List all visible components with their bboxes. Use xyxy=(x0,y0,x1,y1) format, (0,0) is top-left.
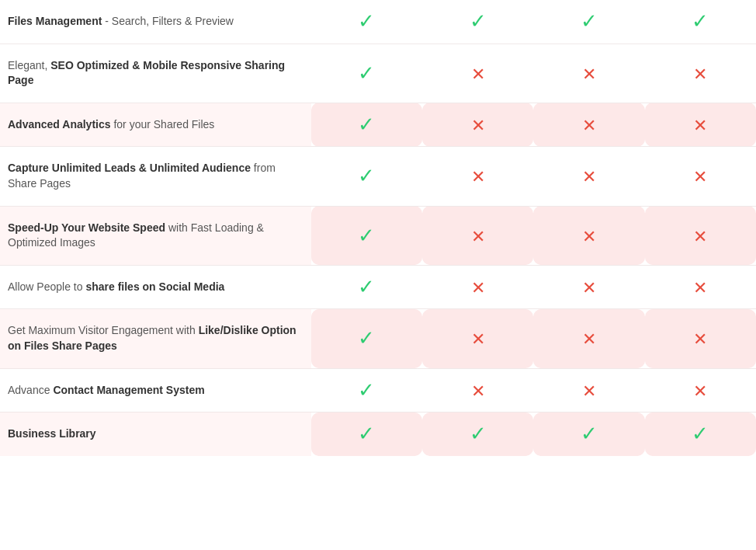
feature-cell-1: Elegant, SEO Optimized & Mobile Responsi… xyxy=(0,44,311,103)
feature-cell-4: Speed-Up Your Website Speed with Fast Lo… xyxy=(0,206,311,265)
cross-icon: ✕ xyxy=(471,329,485,349)
cross-icon: ✕ xyxy=(693,227,707,246)
checkmark-icon: ✓ xyxy=(358,275,375,298)
checkmark-icon: ✓ xyxy=(358,61,375,85)
cross-icon: ✕ xyxy=(693,167,707,186)
cross-icon: ✕ xyxy=(693,381,707,401)
cross-icon: ✕ xyxy=(582,329,596,349)
checkmark-icon: ✓ xyxy=(692,422,709,445)
icon-cell-row2-col3: ✕ xyxy=(645,103,756,147)
checkmark-icon: ✓ xyxy=(358,378,375,402)
checkmark-icon: ✓ xyxy=(692,9,709,33)
icon-cell-row4-col3: ✕ xyxy=(645,206,756,265)
cross-icon: ✕ xyxy=(582,64,596,84)
checkmark-icon: ✓ xyxy=(470,422,487,445)
icon-cell-row4-col2: ✕ xyxy=(533,206,644,265)
icon-cell-row2-col1: ✕ xyxy=(422,103,533,147)
icon-cell-row5-col1: ✕ xyxy=(422,265,533,309)
cross-icon: ✕ xyxy=(693,64,707,84)
cross-icon: ✕ xyxy=(693,329,707,349)
feature-cell-5: Allow People to share files on Social Me… xyxy=(0,265,311,309)
cross-icon: ✕ xyxy=(582,278,596,298)
icon-cell-row8-col0: ✓ xyxy=(311,412,422,456)
cross-icon: ✕ xyxy=(471,227,485,246)
icon-cell-row3-col0: ✓ xyxy=(311,147,422,206)
icon-cell-row2-col0: ✓ xyxy=(311,103,422,147)
icon-cell-row8-col3: ✓ xyxy=(645,412,756,456)
icon-cell-row8-col1: ✓ xyxy=(422,412,533,456)
icon-cell-row0-col2: ✓ xyxy=(533,0,644,44)
icon-cell-row7-col1: ✕ xyxy=(422,368,533,412)
feature-cell-6: Get Maximum Visitor Engagement with Like… xyxy=(0,309,311,368)
icon-cell-row0-col1: ✓ xyxy=(422,0,533,44)
icon-cell-row7-col0: ✓ xyxy=(311,368,422,412)
icon-cell-row1-col1: ✕ xyxy=(422,44,533,103)
icon-cell-row6-col3: ✕ xyxy=(645,309,756,368)
icon-cell-row6-col1: ✕ xyxy=(422,309,533,368)
comparison-table: Files Management - Search, Filters & Pre… xyxy=(0,0,756,456)
icon-cell-row0-col3: ✓ xyxy=(645,0,756,44)
icon-cell-row1-col0: ✓ xyxy=(311,44,422,103)
cross-icon: ✕ xyxy=(582,381,596,401)
checkmark-icon: ✓ xyxy=(358,326,375,350)
cross-icon: ✕ xyxy=(582,227,596,246)
checkmark-icon: ✓ xyxy=(358,164,375,187)
icon-cell-row7-col2: ✕ xyxy=(533,368,644,412)
cross-icon: ✕ xyxy=(471,167,485,186)
icon-cell-row4-col0: ✓ xyxy=(311,206,422,265)
icon-cell-row6-col0: ✓ xyxy=(311,309,422,368)
cross-icon: ✕ xyxy=(693,116,707,135)
cross-icon: ✕ xyxy=(471,64,485,84)
icon-cell-row3-col1: ✕ xyxy=(422,147,533,206)
icon-cell-row6-col2: ✕ xyxy=(533,309,644,368)
feature-cell-8: Business Library xyxy=(0,412,311,456)
cross-icon: ✕ xyxy=(582,167,596,186)
icon-cell-row1-col3: ✕ xyxy=(645,44,756,103)
icon-cell-row5-col2: ✕ xyxy=(533,265,644,309)
icon-cell-row7-col3: ✕ xyxy=(645,368,756,412)
checkmark-icon: ✓ xyxy=(581,422,598,445)
cross-icon: ✕ xyxy=(471,116,485,135)
icon-cell-row3-col3: ✕ xyxy=(645,147,756,206)
icon-cell-row3-col2: ✕ xyxy=(533,147,644,206)
feature-cell-0: Files Management - Search, Filters & Pre… xyxy=(0,0,311,44)
cross-icon: ✕ xyxy=(471,278,485,298)
feature-cell-3: Capture Unlimited Leads & Unlimited Audi… xyxy=(0,147,311,206)
feature-cell-7: Advance Contact Management System xyxy=(0,368,311,412)
cross-icon: ✕ xyxy=(693,278,707,298)
cross-icon: ✕ xyxy=(582,116,596,135)
icon-cell-row4-col1: ✕ xyxy=(422,206,533,265)
checkmark-icon: ✓ xyxy=(358,113,375,136)
icon-cell-row5-col0: ✓ xyxy=(311,265,422,309)
feature-cell-2: Advanced Analytics for your Shared Files xyxy=(0,103,311,147)
icon-cell-row5-col3: ✕ xyxy=(645,265,756,309)
icon-cell-row1-col2: ✕ xyxy=(533,44,644,103)
checkmark-icon: ✓ xyxy=(358,224,375,247)
icon-cell-row2-col2: ✕ xyxy=(533,103,644,147)
icon-cell-row8-col2: ✓ xyxy=(533,412,644,456)
checkmark-icon: ✓ xyxy=(358,422,375,445)
checkmark-icon: ✓ xyxy=(470,9,487,33)
cross-icon: ✕ xyxy=(471,381,485,401)
checkmark-icon: ✓ xyxy=(581,9,598,33)
icon-cell-row0-col0: ✓ xyxy=(311,0,422,44)
checkmark-icon: ✓ xyxy=(358,9,375,33)
